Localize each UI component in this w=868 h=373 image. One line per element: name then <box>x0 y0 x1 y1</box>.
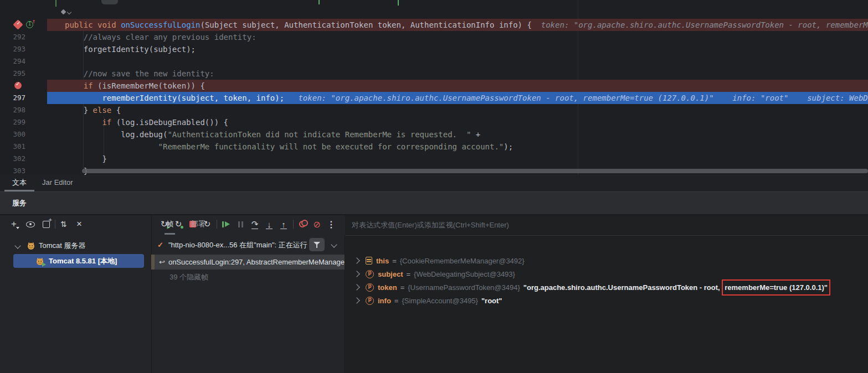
evaluate-placeholder: 对表达式求值(Enter)或添加监视(Ctrl+Shift+Enter) <box>352 220 509 230</box>
parameter-icon <box>366 270 374 278</box>
this-icon <box>366 257 372 265</box>
add-service-icon[interactable] <box>40 218 52 230</box>
tomcat-icon <box>27 241 35 250</box>
tab-text[interactable]: 文本 <box>4 175 34 191</box>
ide-window: public void onSuccessfulLogin(Subject su… <box>0 0 868 373</box>
vcs-change-bar <box>55 0 57 7</box>
code-line: public void onSuccessfulLogin(Subject su… <box>0 19 868 31</box>
line-number: 299 <box>0 116 25 128</box>
tab-deployment[interactable]: 部署 <box>189 215 207 235</box>
code-text: log.debug("AuthenticationToken did not i… <box>65 128 480 141</box>
override-icon[interactable] <box>26 21 33 28</box>
variable-reference: {CookieRememberMeManager@3492} <box>400 257 525 265</box>
evaluate-expression-input[interactable]: 对表达式求值(Enter)或添加监视(Ctrl+Shift+Enter) <box>345 215 868 236</box>
selected-frame-marker <box>151 255 155 270</box>
variable-name: subject <box>378 270 403 278</box>
tree-node-tomcat-server[interactable]: Tomcat 8.5.81 [本地] <box>13 254 144 268</box>
clipped-widget <box>101 0 118 4</box>
code-line: if (isRememberMe(token)) { <box>0 80 868 92</box>
tree-node-tomcat-group[interactable]: Tomcat 服务器 <box>16 240 86 252</box>
back-arrow-icon: ↩ <box>159 258 165 266</box>
code-text: if (isRememberMe(token)) { <box>65 80 205 92</box>
chevron-down-icon[interactable] <box>14 242 20 248</box>
code-text: "RememberMe functionality will not be ex… <box>65 141 513 153</box>
variable-string-value: "root" <box>481 297 502 305</box>
variable-string-value: "org.apache.shiro.authc.UsernamePassword… <box>523 283 830 292</box>
parameter-icon <box>366 283 374 292</box>
line-number: 292 <box>0 31 25 43</box>
chevron-right-icon[interactable] <box>353 284 359 290</box>
code-text: //now save the new identity: <box>65 68 214 80</box>
code-editor[interactable]: public void onSuccessfulLogin(Subject su… <box>0 0 868 175</box>
preview-icon[interactable] <box>24 218 37 230</box>
line-bp-icon[interactable] <box>14 82 22 89</box>
tomcat-icon <box>35 257 44 266</box>
check-icon: ✓ <box>157 241 163 249</box>
collapse-all-icon[interactable] <box>73 218 85 230</box>
frames-panel: 帧 部署 ✓ "http-nio-8080-ex...56 在组"main": … <box>151 215 345 373</box>
chevron-right-icon[interactable] <box>353 271 359 277</box>
equals-sign: = <box>394 297 399 305</box>
filter-icon <box>314 241 320 248</box>
code-line: 293 forgetIdentity(subject); <box>0 43 868 55</box>
line-number: 301 <box>0 141 25 153</box>
annotation-highlight-box: rememberMe=true (127.0.0.1)" <box>722 279 830 296</box>
thread-selector[interactable]: ✓ "http-nio-8080-ex...56 在组"main": 正在运行 <box>151 237 345 252</box>
stack-frame-row[interactable]: ↩ onSuccessfulLogin:297, AbstractRemembe… <box>151 255 345 270</box>
variable-reference: {SimpleAccount@3495} <box>402 297 478 305</box>
code-text: if (log.isDebugEnabled()) { <box>65 116 228 128</box>
variable-row-this[interactable]: this = {CookieRememberMeManager@3492} <box>345 254 868 267</box>
code-line: 302 } <box>0 153 868 165</box>
add-icon[interactable] <box>8 218 20 230</box>
code-line: 298 } else { <box>0 104 868 116</box>
stack-frame-label: onSuccessfulLogin:297, AbstractRememberM… <box>168 258 345 266</box>
hidden-frames-label[interactable]: 39 个隐藏帧 <box>170 272 208 282</box>
equals-sign: = <box>407 270 411 278</box>
toolbar-separator <box>55 220 55 229</box>
code-line: 297 rememberIdentity(subject, token, inf… <box>0 92 868 104</box>
code-text: //always clear any previous identity: <box>65 31 256 43</box>
variable-reference: {UsernamePasswordToken@3494} <box>408 283 520 292</box>
variable-row-info[interactable]: info = {SimpleAccount@3495} "root" <box>345 294 868 307</box>
code-line: 299 if (log.isDebugEnabled()) { <box>0 116 868 128</box>
code-line: 294 <box>0 55 868 68</box>
equals-sign: = <box>400 283 405 292</box>
code-line: 300 log.debug("AuthenticationToken did n… <box>0 128 868 141</box>
line-number: 300 <box>0 128 25 141</box>
services-toolwindow: 输出 服务器 Tomcat Localhost 日志 Tomcat Catali… <box>0 215 868 373</box>
code-line: 292 //always clear any previous identity… <box>0 31 868 43</box>
tree-node-label: Tomcat 服务器 <box>39 241 86 251</box>
overridden-method-icon[interactable] <box>61 9 71 15</box>
line-number: 298 <box>0 104 25 116</box>
variable-row-subject[interactable]: subject = {WebDelegatingSubject@3493} <box>345 267 868 281</box>
tree-node-label: Tomcat 8.5.81 [本地] <box>49 256 117 266</box>
line-number: 295 <box>0 68 25 80</box>
variable-name: token <box>378 283 397 292</box>
variable-name: this <box>376 257 389 265</box>
variable-name: info <box>378 297 391 305</box>
variables-panel: 对表达式求值(Enter)或添加监视(Ctrl+Shift+Enter) thi… <box>345 215 868 373</box>
code-text: rememberIdentity(subject, token, info); … <box>65 92 868 104</box>
chevron-down-icon[interactable] <box>331 241 337 247</box>
clipped-code-fragment <box>398 0 399 6</box>
code-text: forgetIdentity(subject); <box>65 43 196 55</box>
tab-jar-editor[interactable]: Jar Editor <box>34 175 81 191</box>
expand-collapse-icon[interactable] <box>58 218 70 230</box>
horizontal-scrollbar[interactable] <box>82 169 868 173</box>
equals-sign: = <box>392 257 397 265</box>
line-number: 293 <box>0 43 25 55</box>
tab-frames[interactable]: 帧 <box>165 215 175 235</box>
code-text: public void onSuccessfulLogin(Subject su… <box>65 19 868 31</box>
chevron-right-icon[interactable] <box>353 297 359 303</box>
editor-tab-strip: 文本 Jar Editor <box>0 175 868 192</box>
line-number: 297 <box>0 92 25 104</box>
frames-tab-strip: 帧 部署 <box>151 215 345 235</box>
token-value-text: "org.apache.shiro.authc.UsernamePassword… <box>523 283 722 292</box>
method-bp-icon[interactable] <box>13 19 23 29</box>
code-text: } else { <box>65 104 121 116</box>
chevron-right-icon[interactable] <box>353 257 359 263</box>
filter-button[interactable] <box>309 238 325 251</box>
code-text: } <box>65 153 107 165</box>
variable-row-token[interactable]: token = {UsernamePasswordToken@3494} "or… <box>345 281 868 294</box>
thread-label: "http-nio-8080-ex...56 在组"main": 正在运行 <box>168 240 307 250</box>
